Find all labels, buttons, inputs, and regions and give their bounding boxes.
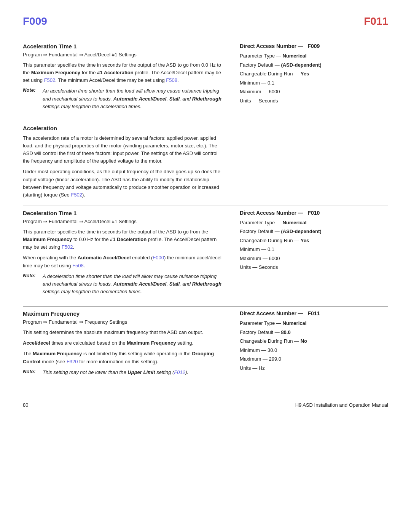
f000-link[interactable]: F000 [153,255,164,260]
acceleration-para-1: The acceleration rate of a motor is dete… [23,134,225,165]
decel-time-1-units: Units — Seconds [240,264,388,271]
decel-time-1-left: Deceleration Time 1 Program ⇒ Fundamenta… [23,210,236,306]
max-freq-body-2: Accel/decel times are calculated based o… [23,339,225,347]
accel-time-1-units: Units — Seconds [240,97,388,105]
decel-time-1-title: Deceleration Time 1 [23,210,225,216]
page-footer: 80 H9 ASD Installation and Operation Man… [23,402,388,408]
f502-link-decel[interactable]: F502 [62,244,73,250]
manual-title: H9 ASD Installation and Operation Manual [295,402,388,408]
max-freq-minimum: Minimum — 30.0 [240,347,388,354]
accel-time-1-minimum: Minimum — 0.1 [240,79,388,87]
acceleration-title: Acceleration [23,125,225,131]
decel-time-1-note: Note: A deceleration time shorter than t… [23,273,225,296]
decel-time-1-direct-access: Direct Access Number — F010 [240,210,388,216]
max-freq-param-type: Parameter Type — Numerical [240,320,388,327]
f508-link-2[interactable]: F508 [72,263,84,268]
right-page-code: F011 [364,15,388,27]
f320-link[interactable]: F320 [67,359,78,364]
max-freq-breadcrumb: Program ⇒ Fundamental ⇒ Frequency Settin… [23,319,225,325]
decel-time-1-right: Direct Access Number — F010 Parameter Ty… [236,210,388,306]
decel-time-1-maximum: Maximum — 6000 [240,255,388,262]
note-label-3: Note: [23,369,41,376]
max-freq-note: Note: This setting may not be lower than… [23,369,225,376]
max-freq-direct-access: Direct Access Number — F011 [240,310,388,316]
accel-time-1-right: Direct Access Number — F009 Parameter Ty… [236,43,388,121]
max-freq-section: Maximum Frequency Program ⇒ Fundamental … [23,306,388,387]
f508-link-1[interactable]: F508 [166,77,177,83]
decel-time-1-breadcrumb: Program ⇒ Fundamental ⇒ Accel/Decel #1 S… [23,219,225,224]
accel-time-1-changeable: Changeable During Run — Yes [240,70,388,78]
accel-time-1-breadcrumb: Program ⇒ Fundamental ⇒ Accel/Decel #1 S… [23,52,225,58]
acceleration-para-2: Under most operating conditions, as the … [23,168,225,199]
note-label-1: Note: [23,87,41,110]
accel-time-1-left: Acceleration Time 1 Program ⇒ Fundamenta… [23,43,236,121]
decel-time-1-minimum: Minimum — 0.1 [240,246,388,253]
note-text-2: A deceleration time shorter than the loa… [43,273,225,296]
acceleration-subsection: Acceleration The acceleration rate of a … [23,121,388,206]
decel-time-1-body-2: When operating with the Automatic Accel/… [23,254,225,269]
accel-time-1-direct-access: Direct Access Number — F009 [240,43,388,49]
f502-link-accel[interactable]: F502 [71,192,82,198]
max-freq-changeable: Changeable During Run — No [240,337,388,345]
note-label-2: Note: [23,273,41,296]
max-freq-body-3: The Maximum Frequency is not limited by … [23,350,225,365]
note-text-1: An acceleration time shorter than the lo… [43,87,225,110]
decel-time-1-factory-default: Factory Default — (ASD-dependent) [240,228,388,235]
accel-time-1-title: Acceleration Time 1 [23,43,225,50]
left-page-code: F009 [23,15,47,27]
accel-time-1-section: Acceleration Time 1 Program ⇒ Fundamenta… [23,39,388,121]
max-freq-title: Maximum Frequency [23,310,225,317]
accel-time-1-note: Note: An acceleration time shorter than … [23,87,225,110]
f502-link-1[interactable]: F502 [44,77,56,83]
decel-time-1-section: Deceleration Time 1 Program ⇒ Fundamenta… [23,206,388,306]
accel-time-1-maximum: Maximum — 6000 [240,88,388,96]
max-freq-left: Maximum Frequency Program ⇒ Fundamental … [23,310,236,387]
page-header: F009 F011 [23,15,388,27]
note-text-3: This setting may not be lower than the U… [43,369,188,376]
acceleration-left: Acceleration The acceleration rate of a … [23,125,236,202]
decel-time-1-param-type: Parameter Type — Numerical [240,219,388,227]
max-freq-right: Direct Access Number — F011 Parameter Ty… [236,310,388,387]
max-freq-body-1: This setting determines the absolute max… [23,329,225,336]
page-number: 80 [23,402,28,408]
f012-link[interactable]: F012 [174,369,185,375]
max-freq-units: Units — Hz [240,364,388,372]
max-freq-factory-default: Factory Default — 80.0 [240,329,388,336]
decel-time-1-body-1: This parameter specifies the time in sec… [23,228,225,251]
accel-time-1-body: This parameter specifies the time in sec… [23,61,225,84]
max-freq-maximum: Maximum — 299.0 [240,355,388,363]
page: F009 F011 Acceleration Time 1 Program ⇒ … [0,0,411,532]
decel-time-1-changeable: Changeable During Run — Yes [240,237,388,244]
accel-time-1-param-type: Parameter Type — Numerical [240,52,388,60]
accel-time-1-factory-default: Factory Default — (ASD-dependent) [240,61,388,69]
acceleration-right-empty [236,125,388,202]
